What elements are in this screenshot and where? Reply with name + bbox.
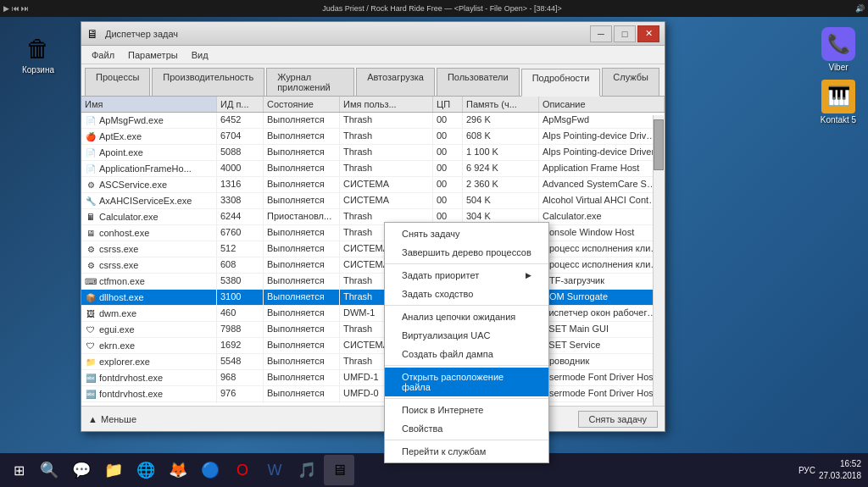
process-icon: 🍎 xyxy=(85,130,97,142)
tab-users[interactable]: Пользователи xyxy=(437,68,520,96)
ctx-goto-services[interactable]: Перейти к службам xyxy=(385,442,548,461)
col-cpu[interactable]: ЦП xyxy=(433,97,463,112)
tab-processes[interactable]: Процессы xyxy=(85,68,150,96)
taskbar-explorer[interactable]: 📁 xyxy=(98,455,129,485)
process-icon: 🛡 xyxy=(85,324,97,335)
table-row[interactable]: ⚙csrss.exe608ВыполняетсяСИСТЕМА001 096 K… xyxy=(81,257,665,274)
context-menu: Снять задачу Завершить дерево процессов … xyxy=(384,222,549,463)
table-row[interactable]: 📄ApMsgFwd.exe6452ВыполняетсяThrash00296 … xyxy=(81,113,665,129)
ctx-sep4 xyxy=(385,398,548,399)
ctx-wait-chain[interactable]: Анализ цепочки ожидания xyxy=(385,307,548,326)
cell-2: Выполняется xyxy=(264,257,340,273)
cell-2: Выполняется xyxy=(264,290,340,305)
taskbar-opera[interactable]: O xyxy=(227,455,258,485)
ctx-kill-task[interactable]: Снять задачу xyxy=(385,224,548,243)
cell-2: Выполняется xyxy=(264,354,340,369)
media-controls: ▶ ⏮ ⏭ xyxy=(3,4,29,13)
cell-name: 🛡egui.exe xyxy=(81,322,217,337)
table-row[interactable]: 📁explorer.exe5548ВыполняетсяThrash0035 0… xyxy=(81,354,665,370)
table-row[interactable]: 🖥conhost.exe6760ВыполняетсяThrash00232 K… xyxy=(81,225,665,241)
taskbar-cortana[interactable]: 💬 xyxy=(66,455,97,485)
desktop-icon-viber[interactable]: 📞 Viber xyxy=(813,24,864,75)
ctx-open-location[interactable]: Открыть расположение файла xyxy=(385,368,548,396)
viber-label: Viber xyxy=(828,63,848,72)
process-icon: 🔤 xyxy=(85,372,97,384)
table-body: 📄ApMsgFwd.exe6452ВыполняетсяThrash00296 … xyxy=(81,113,665,403)
col-pid[interactable]: ИД п... xyxy=(217,97,264,112)
table-row[interactable]: 🖱hidfind.exe6668ВыполняетсяThrash00412 K… xyxy=(81,402,665,403)
tab-app-history[interactable]: Журнал приложений xyxy=(266,68,354,96)
table-row[interactable]: ⚙ASCService.exe1316ВыполняетсяСИСТЕМА002… xyxy=(81,177,665,193)
table-row[interactable]: 🖼dwm.exe460ВыполняетсяDWM-10033 276 KДис… xyxy=(81,306,665,322)
cell-4: 00 xyxy=(433,161,463,176)
cell-6: Диспетчер окон рабочего стола xyxy=(539,306,665,321)
ctx-open-location-label: Открыть расположение файла xyxy=(402,372,531,392)
tab-startup[interactable]: Автозагрузка xyxy=(356,68,435,96)
taskbar-jetaudio[interactable]: 🎵 xyxy=(292,455,322,485)
taskbar-word[interactable]: W xyxy=(259,455,290,485)
cell-6: ESET Main GUI xyxy=(539,322,665,337)
cell-1: 512 xyxy=(217,241,264,257)
start-button[interactable]: ⊞ xyxy=(3,455,34,485)
tab-performance[interactable]: Производительность xyxy=(152,68,264,96)
cell-name: 🔤fontdrvhost.exe xyxy=(81,386,217,401)
table-row[interactable]: 🔧AxAHCIServiceEx.exe3308ВыполняетсяСИСТЕ… xyxy=(81,193,665,209)
table-row[interactable]: 🔤fontdrvhost.exe976ВыполняетсяUMFD-00032… xyxy=(81,386,665,402)
taskbar-search[interactable]: 🔍 xyxy=(34,455,64,485)
menu-view[interactable]: Вид xyxy=(185,48,215,62)
table-row[interactable]: 🔤fontdrvhost.exe968ВыполняетсяUMFD-1003 … xyxy=(81,370,665,386)
desktop-icon-recycle[interactable]: 🗑 Корзина xyxy=(13,30,64,78)
table-row[interactable]: ⚙csrss.exe512ВыполняетсяСИСТЕМА00644 KПр… xyxy=(81,241,665,257)
cell-name: 📄ApMsgFwd.exe xyxy=(81,113,217,128)
table-row[interactable]: 📄ApplicationFrameHo...4000ВыполняетсяThr… xyxy=(81,161,665,177)
ctx-search-web[interactable]: Поиск в Интернете xyxy=(385,401,548,419)
maximize-button[interactable]: □ xyxy=(614,25,636,42)
end-task-button[interactable]: Снять задачу xyxy=(578,411,659,428)
taskbar-firefox[interactable]: 🦊 xyxy=(163,455,193,485)
table-row[interactable]: ⌨ctfmon.exe5380ВыполняетсяThrash001 832 … xyxy=(81,274,665,290)
scrollbar[interactable] xyxy=(653,115,665,406)
col-user[interactable]: Имя польз... xyxy=(340,97,433,112)
cell-4: 00 xyxy=(433,113,463,128)
table-row[interactable]: 📦dllhost.exe3100ВыполняетсяThrash001 296… xyxy=(81,290,665,306)
cell-name: 📄ApplicationFrameHo... xyxy=(81,161,217,176)
col-status[interactable]: Состояние xyxy=(264,97,340,112)
ctx-priority[interactable]: Задать приоритет ▶ xyxy=(385,266,548,285)
table-row[interactable]: 🛡ekrn.exe1692ВыполняетсяСИСТЕМА0048 696 … xyxy=(81,338,665,354)
table-row[interactable]: 🍎AptEx.exe6704ВыполняетсяThrash00608 KAl… xyxy=(81,129,665,145)
less-button[interactable]: ▲ Меньше xyxy=(88,414,136,424)
cell-2: Выполняется xyxy=(264,129,340,144)
cell-1: 608 xyxy=(217,257,264,273)
desktop-icon-kontakt[interactable]: 🎹 Kontakt 5 xyxy=(813,76,864,128)
cell-2: Выполняется xyxy=(264,193,340,208)
taskbar-lang: РУС xyxy=(798,466,815,475)
tab-details[interactable]: Подробности xyxy=(521,69,601,97)
taskbar-edge[interactable]: 🌐 xyxy=(131,455,161,485)
ctx-affinity[interactable]: Задать сходство xyxy=(385,285,548,303)
table-row[interactable]: 📄Apoint.exe5088ВыполняетсяThrash001 100 … xyxy=(81,145,665,161)
cell-name: 🖥conhost.exe xyxy=(81,225,217,241)
cell-6: ApMsgFwd xyxy=(539,113,665,128)
media-title: Judas Priest / Rock Hard Ride Free — <Pl… xyxy=(32,4,852,13)
ctx-end-tree[interactable]: Завершить дерево процессов xyxy=(385,243,548,262)
minimize-button[interactable]: ─ xyxy=(590,25,612,42)
col-desc[interactable]: Описание xyxy=(539,97,665,112)
table-row[interactable]: 🛡egui.exe7988ВыполняетсяThrash008 096 KE… xyxy=(81,322,665,338)
table-row[interactable]: 🖩Calculator.exe6244Приостановл...Thrash0… xyxy=(81,209,665,225)
ctx-virtualize[interactable]: Виртуализация UAC xyxy=(385,326,548,345)
scrollbar-thumb[interactable] xyxy=(654,119,664,170)
col-name[interactable]: Имя xyxy=(81,97,217,112)
taskbar-chrome[interactable]: 🔵 xyxy=(195,455,225,485)
tab-services[interactable]: Службы xyxy=(602,68,659,96)
menubar: Файл Параметры Вид xyxy=(81,46,665,64)
menu-file[interactable]: Файл xyxy=(85,48,121,62)
cell-name: 🖼dwm.exe xyxy=(81,306,217,321)
ctx-dump[interactable]: Создать файл дампа xyxy=(385,345,548,363)
col-memory[interactable]: Память (ч... xyxy=(463,97,539,112)
taskbar-taskmanager[interactable]: 🖥 xyxy=(324,455,354,485)
ctx-properties[interactable]: Свойства xyxy=(385,419,548,438)
menu-params[interactable]: Параметры xyxy=(121,48,185,62)
cell-name: 🍎AptEx.exe xyxy=(81,129,217,144)
close-button[interactable]: ✕ xyxy=(637,25,659,42)
cell-6: Usermode Font Driver Host xyxy=(539,370,665,385)
